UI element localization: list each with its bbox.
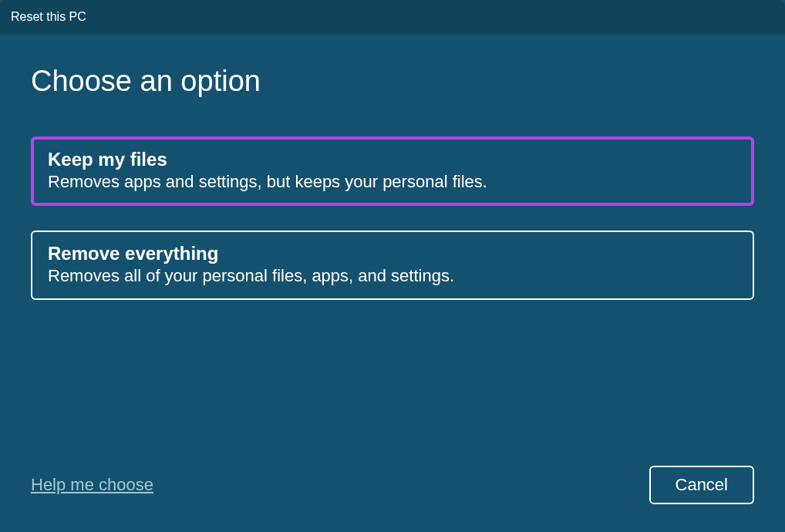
option-description: Removes apps and settings, but keeps you… (48, 172, 737, 192)
option-title: Keep my files (48, 149, 737, 170)
content-area: Choose an option Keep my files Removes a… (0, 34, 785, 466)
title-bar: Reset this PC (0, 0, 785, 34)
page-heading: Choose an option (31, 65, 754, 98)
option-title: Remove everything (48, 243, 737, 264)
window-title: Reset this PC (11, 10, 86, 24)
footer: Help me choose Cancel (0, 466, 785, 532)
option-keep-my-files[interactable]: Keep my files Removes apps and settings,… (31, 136, 754, 206)
option-description: Removes all of your personal files, apps… (48, 266, 737, 286)
help-me-choose-link[interactable]: Help me choose (31, 475, 153, 495)
cancel-button[interactable]: Cancel (649, 466, 754, 504)
option-remove-everything[interactable]: Remove everything Removes all of your pe… (31, 231, 754, 300)
options-list: Keep my files Removes apps and settings,… (31, 136, 754, 300)
